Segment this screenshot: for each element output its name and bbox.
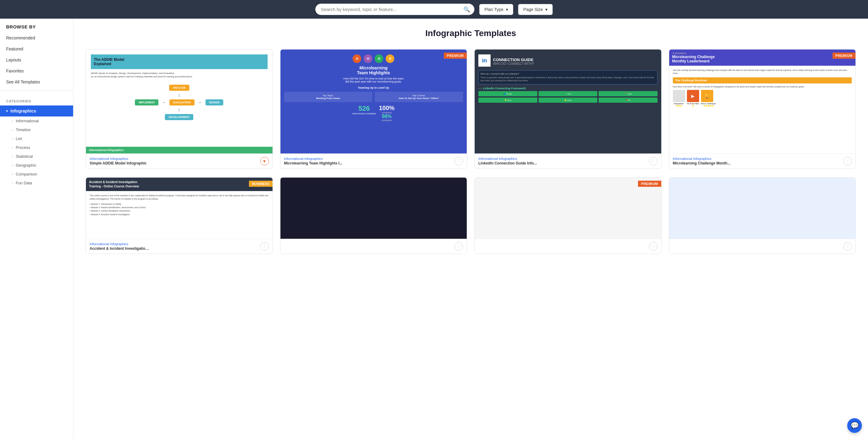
- sidebar-item-featured[interactable]: Featured: [0, 43, 73, 55]
- plan-type-dropdown[interactable]: Plan Type ▾: [479, 4, 513, 15]
- favorite-button-blank4[interactable]: ♡: [843, 242, 852, 251]
- premium-badge-challenge: PREMIUM: [833, 53, 856, 59]
- card-image-linkedin: in CONNECTION GUIDE WHO DO I CONNECT WIT…: [475, 50, 661, 154]
- timeline-label: Timeline: [16, 127, 31, 132]
- card-footer-linkedin: Informational Infographics LinkedIn Conn…: [475, 154, 661, 168]
- informational-label: Informational: [16, 119, 38, 123]
- card-name-linkedin: LinkedIn Connection Guide Info...: [478, 161, 539, 165]
- card-meta-microlearning: Informational Infographics Microlearning…: [284, 157, 455, 165]
- fun-data-label: Fun Data: [16, 181, 32, 185]
- search-input[interactable]: [315, 4, 474, 15]
- card-image-microlearning: PREMIUM ⚙ ⚙ ⚙ ⚙ MicrolearningTeam Highli…: [280, 50, 467, 154]
- infographics-chevron-icon: ▾: [6, 109, 8, 113]
- plan-type-label: Plan Type: [485, 7, 503, 12]
- card-image-blank2: [280, 178, 467, 239]
- sidebar-sub-informational[interactable]: ○ Informational: [0, 117, 73, 125]
- template-card-challenge[interactable]: PREMIUM ✦ ECONIVO Microlearning Challeng…: [669, 49, 856, 169]
- sidebar-sub-statistical[interactable]: ○ Statistical: [0, 152, 73, 161]
- process-dot-icon: ○: [11, 146, 13, 149]
- sidebar-sub-fun-data[interactable]: ○ Fun Data: [0, 179, 73, 187]
- geographic-label: Geographic: [16, 163, 36, 167]
- card-name-addie: Simple ADDIE Model Infographic: [90, 161, 151, 165]
- card-name-accident: Accident & Incident Investigation Traini…: [90, 246, 151, 251]
- favorite-button-blank3[interactable]: ♡: [649, 242, 658, 251]
- template-card-blank3[interactable]: PREMIUM ♡: [474, 177, 661, 254]
- sidebar-sub-timeline[interactable]: ○ Timeline: [0, 125, 73, 134]
- favorite-button-microlearning[interactable]: ♡: [455, 157, 463, 165]
- card-footer-accident: Informational Infographics Accident & In…: [86, 239, 273, 254]
- business-badge-accident: BUSINESS: [249, 181, 272, 187]
- card-footer-microlearning: Informational Infographics Microlearning…: [280, 154, 467, 168]
- favorite-button-linkedin[interactable]: ♡: [649, 157, 658, 165]
- statistical-dot-icon: ○: [11, 155, 13, 158]
- sidebar-item-favorites[interactable]: Favorites: [0, 65, 73, 76]
- card-category-challenge: Informational Infographics: [673, 157, 843, 160]
- page-size-chevron-icon: ▾: [545, 7, 548, 12]
- template-grid-row1: The ADDIE ModelExplained ADDIE stands fo…: [86, 49, 856, 169]
- card-image-challenge: PREMIUM ✦ ECONIVO Microlearning Challeng…: [669, 50, 856, 154]
- page-size-dropdown[interactable]: Page Size ▾: [518, 4, 553, 15]
- card-category-accident: Informational Infographics: [90, 242, 260, 246]
- sidebar: BROWSE BY Recommended Featured Layouts F…: [0, 19, 73, 439]
- plan-type-chevron-icon: ▾: [506, 7, 508, 12]
- main-layout: BROWSE BY Recommended Featured Layouts F…: [0, 19, 868, 439]
- card-image-accident: BUSINESS Accident & Incident Investigati…: [86, 178, 273, 239]
- card-meta-accident: Informational Infographics Accident & In…: [90, 242, 260, 251]
- template-card-accident[interactable]: BUSINESS Accident & Incident Investigati…: [86, 177, 273, 254]
- card-meta-challenge: Informational Infographics Microlearning…: [673, 157, 843, 165]
- card-footer-challenge: Informational Infographics Microlearning…: [669, 154, 856, 168]
- card-footer-blank2: ♡: [280, 239, 467, 254]
- accident-header: Accident & Incident InvestigationTrainin…: [86, 178, 273, 191]
- fun-data-dot-icon: ○: [11, 182, 13, 185]
- card-name-microlearning: Microlearning Team Highlights I...: [284, 161, 345, 165]
- layouts-label: Layouts: [6, 58, 21, 62]
- sidebar-sub-process[interactable]: ○ Process: [0, 143, 73, 152]
- card-footer-blank3: ♡: [475, 239, 661, 254]
- categories-title: CATEGORIES: [0, 94, 73, 105]
- card-footer-blank4: ♡: [669, 239, 856, 254]
- see-all-label: See All Templates: [6, 80, 40, 84]
- sidebar-item-recommended[interactable]: Recommended: [0, 32, 73, 43]
- comparison-label: Comparison: [16, 172, 37, 177]
- favorite-button-challenge[interactable]: ♡: [843, 157, 852, 165]
- search-container: 🔍: [315, 4, 474, 15]
- browse-by-title: BROWSE BY: [0, 19, 73, 32]
- comparison-dot-icon: ○: [11, 173, 13, 176]
- card-image-blank3: PREMIUM: [475, 178, 661, 239]
- chat-bubble-button[interactable]: 💬: [847, 418, 862, 433]
- favorite-button-blank2[interactable]: ♡: [455, 242, 463, 251]
- sidebar-item-see-all[interactable]: See All Templates: [0, 76, 73, 88]
- template-card-addie[interactable]: The ADDIE ModelExplained ADDIE stands fo…: [86, 49, 273, 169]
- chat-icon: 💬: [850, 421, 859, 430]
- template-card-microlearning[interactable]: PREMIUM ⚙ ⚙ ⚙ ⚙ MicrolearningTeam Highli…: [280, 49, 467, 169]
- card-meta-addie: Informational Infographics Simple ADDIE …: [90, 157, 260, 165]
- geographic-dot-icon: ○: [11, 164, 13, 167]
- sidebar-sub-list[interactable]: ○ List: [0, 134, 73, 143]
- sidebar-item-infographics[interactable]: ▾ Infographics: [0, 105, 73, 117]
- linkedin-logo-icon: in: [478, 55, 491, 67]
- card-image-blank4: [669, 178, 856, 239]
- sidebar-item-layouts[interactable]: Layouts: [0, 55, 73, 65]
- list-dot-icon: ○: [11, 137, 13, 140]
- template-card-blank4[interactable]: ♡: [669, 177, 856, 254]
- premium-badge-blank3: PREMIUM: [638, 181, 661, 187]
- search-icon: 🔍: [463, 6, 470, 13]
- process-label: Process: [16, 145, 30, 150]
- template-card-linkedin[interactable]: in CONNECTION GUIDE WHO DO I CONNECT WIT…: [474, 49, 661, 169]
- sidebar-sub-geographic[interactable]: ○ Geographic: [0, 161, 73, 170]
- statistical-label: Statistical: [16, 154, 33, 159]
- premium-badge-microlearning: PREMIUM: [444, 53, 467, 59]
- informational-dot-icon: ○: [11, 120, 13, 123]
- card-footer-addie: Informational Infographics Simple ADDIE …: [86, 154, 273, 168]
- favorites-label: Favorites: [6, 68, 24, 73]
- template-card-blank2[interactable]: ♡: [280, 177, 467, 254]
- sidebar-sub-comparison[interactable]: ○ Comparison: [0, 170, 73, 179]
- favorite-button-accident[interactable]: ♡: [260, 242, 269, 251]
- card-name-challenge: Microlearning Challenge Month...: [673, 161, 734, 165]
- template-grid-row2: BUSINESS Accident & Incident Investigati…: [86, 177, 856, 254]
- card-image-addie: The ADDIE ModelExplained ADDIE stands fo…: [86, 50, 273, 154]
- infographics-label: Infographics: [10, 108, 36, 114]
- favorite-button-addie[interactable]: ♥: [260, 157, 269, 165]
- timeline-dot-icon: ○: [11, 128, 13, 131]
- page-title: Infographic Templates: [86, 28, 856, 38]
